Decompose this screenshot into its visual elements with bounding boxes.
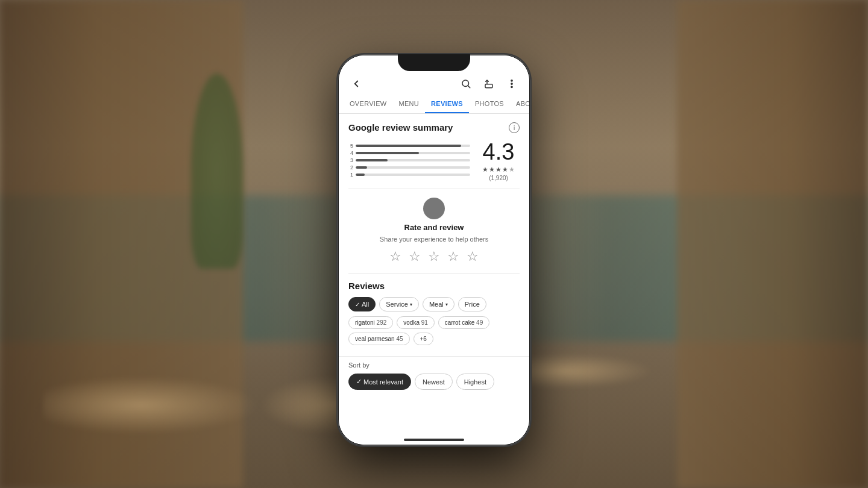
tag-carrot-cake[interactable]: carrot cake 49 — [438, 316, 489, 329]
rating-header: Google review summary i — [348, 122, 520, 133]
filter-service[interactable]: Service ▾ — [379, 297, 419, 311]
share-button[interactable] — [482, 77, 495, 90]
tag-row-1: rigatoni 292 vodka 91 carrot cake 49 — [348, 316, 520, 329]
rate-star-2[interactable]: ☆ — [409, 249, 421, 264]
score-count: (1,920) — [477, 175, 520, 181]
sort-highest[interactable]: Highest — [456, 374, 494, 390]
star-4: ★ — [502, 166, 508, 174]
tag-vodka-count: 91 — [421, 319, 428, 326]
bar-row-4: 4 — [348, 150, 470, 156]
tag-veal-parmesan[interactable]: veal parmesan 45 — [348, 333, 410, 345]
tag-carrot-cake-label: carrot cake — [445, 319, 476, 326]
tag-rigatoni-count: 292 — [377, 319, 387, 326]
rating-section: Google review summary i 5 — [339, 114, 529, 189]
bar-row-3: 3 — [348, 157, 470, 163]
tag-vodka-label: vodka — [403, 319, 421, 326]
filter-service-label: Service — [386, 301, 408, 308]
bar-fill-3 — [356, 159, 388, 161]
bar-label-3: 3 — [348, 157, 353, 163]
bar-fill-1 — [356, 174, 365, 176]
score-stars: ★ ★ ★ ★ ★ — [477, 166, 520, 174]
screen-content: OVERVIEW MENU REVIEWS PHOTOS ABOUT Googl… — [339, 55, 529, 445]
sort-newest[interactable]: Newest — [415, 374, 453, 390]
main-content: Google review summary i 5 — [339, 114, 529, 445]
filter-meal-label: Meal — [429, 301, 444, 308]
sort-section: Sort by ✓ Most relevant Newest — [339, 356, 529, 393]
filter-meal[interactable]: Meal ▾ — [423, 297, 454, 311]
bg-cabinet-right — [677, 0, 868, 488]
check-sort-icon: ✓ — [356, 378, 362, 386]
rate-star-3[interactable]: ☆ — [428, 249, 440, 264]
tab-navigation: OVERVIEW MENU REVIEWS PHOTOS ABOUT — [339, 95, 529, 114]
phone-device: OVERVIEW MENU REVIEWS PHOTOS ABOUT Googl… — [338, 54, 530, 446]
tab-photos[interactable]: PHOTOS — [469, 95, 510, 113]
sort-relevant-label: Most relevant — [363, 378, 403, 386]
bar-track-5 — [356, 145, 470, 147]
tag-veal-count: 45 — [396, 336, 403, 342]
bar-track-2 — [356, 166, 470, 169]
bar-track-1 — [356, 174, 470, 176]
svg-rect-1 — [485, 84, 492, 88]
sort-newest-label: Newest — [423, 378, 445, 386]
tag-veal-label: veal parmesan — [355, 336, 396, 342]
sort-row: ✓ Most relevant Newest Highest — [348, 374, 520, 390]
svg-point-2 — [511, 80, 512, 81]
bar-row-2: 2 — [348, 164, 470, 170]
check-icon: ✓ — [355, 301, 360, 308]
star-half: ★ — [509, 166, 515, 174]
bar-fill-2 — [356, 166, 367, 169]
rate-title: Rate and review — [404, 223, 464, 232]
tab-overview[interactable]: OVERVIEW — [344, 95, 393, 113]
reviews-title: Reviews — [348, 281, 520, 291]
bar-fill-4 — [356, 152, 419, 154]
star-rating-row[interactable]: ☆ ☆ ☆ ☆ ☆ — [389, 249, 479, 264]
tag-vodka[interactable]: vodka 91 — [397, 316, 435, 329]
rate-star-5[interactable]: ☆ — [467, 249, 479, 264]
bar-row-5: 5 — [348, 143, 470, 149]
phone-notch — [398, 54, 470, 71]
service-arrow-icon: ▾ — [410, 302, 412, 307]
filter-all[interactable]: ✓ All — [348, 297, 376, 311]
bar-label-5: 5 — [348, 143, 353, 149]
filter-all-label: All — [362, 301, 369, 308]
rate-star-4[interactable]: ☆ — [447, 249, 459, 264]
sort-title: Sort by — [348, 361, 520, 369]
bar-row-1: 1 — [348, 172, 470, 178]
bar-fill-5 — [356, 145, 461, 147]
rate-subtitle: Share your experience to help others — [380, 236, 488, 243]
search-button[interactable] — [459, 77, 473, 90]
top-bar-icons — [459, 77, 518, 90]
score-number: 4.3 — [477, 140, 520, 163]
reviews-section: Reviews ✓ All Service ▾ — [339, 274, 529, 356]
home-indicator — [404, 439, 464, 441]
rating-title: Google review summary — [348, 122, 453, 133]
tab-menu[interactable]: MENU — [393, 95, 426, 113]
tab-about[interactable]: ABOUT — [510, 95, 529, 113]
scene-wrapper: OVERVIEW MENU REVIEWS PHOTOS ABOUT Googl… — [0, 0, 868, 488]
rate-star-1[interactable]: ☆ — [389, 249, 401, 264]
tab-reviews[interactable]: REVIEWS — [425, 95, 469, 113]
bar-label-2: 2 — [348, 164, 353, 170]
back-button[interactable] — [350, 77, 363, 90]
filter-price-label: Price — [465, 301, 480, 308]
rating-score: 4.3 ★ ★ ★ ★ ★ (1,920) — [477, 140, 520, 181]
bars-container: 5 4 — [348, 143, 470, 179]
more-button[interactable] — [505, 77, 518, 90]
tag-more[interactable]: +6 — [414, 333, 433, 345]
sort-highest-label: Highest — [464, 378, 486, 386]
svg-point-3 — [511, 83, 512, 84]
user-avatar — [423, 198, 445, 219]
tag-carrot-cake-count: 49 — [476, 319, 483, 326]
filter-row: ✓ All Service ▾ Meal ▾ — [348, 297, 520, 311]
star-1: ★ — [482, 166, 488, 174]
phone-screen: OVERVIEW MENU REVIEWS PHOTOS ABOUT Googl… — [339, 55, 529, 445]
bg-plant — [191, 74, 243, 269]
sort-most-relevant[interactable]: ✓ Most relevant — [348, 374, 411, 390]
star-3: ★ — [495, 166, 502, 174]
tag-rigatoni[interactable]: rigatoni 292 — [348, 316, 393, 329]
svg-point-4 — [511, 86, 512, 87]
bar-track-4 — [356, 152, 470, 154]
star-2: ★ — [489, 166, 495, 174]
filter-price[interactable]: Price — [458, 297, 486, 311]
info-icon[interactable]: i — [509, 122, 520, 133]
